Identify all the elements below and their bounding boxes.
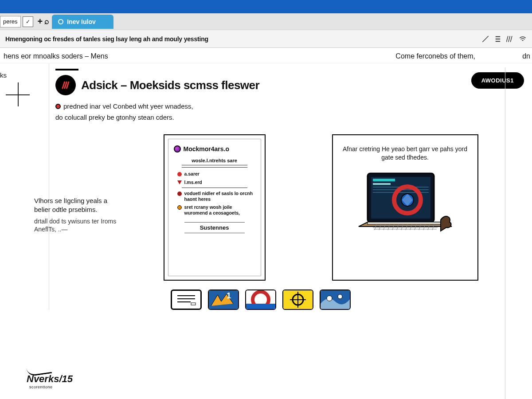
main-column: Adsick – Moeksids scmss fleswer AWODIUS1… bbox=[49, 63, 532, 310]
page-title: Adsick – Moeksids scmss fleswer bbox=[81, 78, 259, 92]
svg-point-42 bbox=[327, 296, 332, 301]
cta-button[interactable]: AWODIUS1 bbox=[471, 72, 524, 89]
brand-logo-icon bbox=[55, 75, 76, 95]
active-tab[interactable]: Inev Iulov bbox=[52, 15, 113, 29]
search-icon[interactable]: ⌕ bbox=[44, 17, 49, 26]
list-icon[interactable] bbox=[494, 35, 502, 43]
right-divider bbox=[505, 67, 505, 399]
sidebar-note-2: drtall dod ts ywisuns ter Iroms AneflTs,… bbox=[34, 217, 118, 234]
sidebar-note: Vlhors se lIgcling yeals a belier odtle … bbox=[34, 196, 118, 234]
dropdown-caret-icon[interactable]: ✓ bbox=[23, 16, 33, 27]
thumbnail-5[interactable] bbox=[320, 289, 351, 310]
dot-icon bbox=[177, 192, 182, 196]
sidebar-note-1: Vlhors se lIgcling yeals a belier odtle … bbox=[34, 196, 118, 215]
svg-rect-2 bbox=[373, 179, 395, 181]
list-item: sret rcrany wosh joile wuromend a ceosag… bbox=[174, 204, 255, 215]
list-item: l.ms.erd bbox=[174, 180, 255, 185]
address-text[interactable]: Hmengoning oc fresdes of tanles sieg lsa… bbox=[5, 35, 208, 43]
window-title-bar bbox=[0, 0, 532, 13]
breadcrumb-row: hens eor mnoalks soders – Mens Come ferc… bbox=[0, 48, 532, 63]
address-bar-icons bbox=[481, 35, 527, 43]
svg-point-43 bbox=[338, 294, 342, 299]
svg-rect-10 bbox=[368, 222, 443, 224]
thumbnail-2[interactable]: 1 bbox=[208, 289, 239, 310]
address-bar: Hmengoning oc fresdes of tanles sieg lsa… bbox=[0, 30, 532, 48]
content-area: ks Adsick – Moeksids scmss fleswer AWODI… bbox=[0, 63, 532, 310]
svg-rect-3 bbox=[373, 183, 391, 185]
footer-brand-sub: scorenttone bbox=[29, 385, 53, 389]
triangle-down-icon bbox=[177, 180, 182, 184]
bullet-text: predned inar vel Conbed wht yeer wnadess… bbox=[63, 102, 193, 110]
card-1-title: Mockmor4ars.o bbox=[184, 145, 229, 153]
title-row: Adsick – Moeksids scmss fleswer bbox=[55, 75, 524, 95]
footer-brand: Nverks/15 scorenttone bbox=[27, 366, 73, 389]
thumbnail-4[interactable] bbox=[282, 289, 313, 310]
svg-rect-36 bbox=[246, 304, 275, 309]
accent-line bbox=[55, 69, 78, 70]
tab-bar: peres ✓ + ⌕ Inev Iulov bbox=[0, 13, 532, 30]
left-sidebar: ks bbox=[0, 63, 49, 310]
card-1-subtitle: wosle.l.ntrehts sare bbox=[174, 158, 255, 163]
thumbnail-3[interactable] bbox=[245, 289, 276, 310]
tab-tools: + ⌕ bbox=[38, 16, 50, 27]
cards-row: Mockmor4ars.o wosle.l.ntrehts sare a.sar… bbox=[117, 134, 524, 281]
thumbnail-1[interactable] bbox=[171, 289, 202, 310]
sidebar-label[interactable]: ks bbox=[0, 71, 49, 79]
thumbnail-row: 1 bbox=[171, 289, 524, 310]
hash-icon[interactable] bbox=[506, 35, 514, 43]
card-2-text: Afnar cretring He yeao bert garr ve pahs… bbox=[339, 143, 471, 166]
sub-line: do colucall preky be gtonhy stean cders. bbox=[55, 113, 524, 121]
bullet-icon bbox=[55, 104, 61, 109]
tab-label: Inev Iulov bbox=[67, 18, 96, 25]
wifi-icon[interactable] bbox=[519, 35, 527, 43]
card-1[interactable]: Mockmor4ars.o wosle.l.ntrehts sare a.sar… bbox=[164, 134, 266, 281]
list-item: voduetl nidler ef sasls lo orcnh haont h… bbox=[174, 191, 255, 202]
bullet-line: predned inar vel Conbed wht yeer wnadess… bbox=[55, 102, 524, 110]
tab-favicon-icon bbox=[58, 19, 63, 24]
svg-rect-31 bbox=[191, 303, 196, 305]
tab-select[interactable]: peres bbox=[0, 16, 21, 27]
breadcrumb-right[interactable]: Come ferconebs of them, bbox=[395, 52, 475, 60]
breadcrumb-left[interactable]: hens eor mnoalks soders – Mens bbox=[4, 52, 108, 60]
laptop-illustration bbox=[339, 169, 471, 249]
list-item: a.sarer bbox=[174, 171, 255, 177]
new-tab-icon[interactable]: + bbox=[38, 16, 43, 27]
card-2[interactable]: Afnar cretring He yeao bert garr ve pahs… bbox=[332, 134, 478, 281]
dot-icon bbox=[177, 172, 182, 176]
svg-text:1: 1 bbox=[227, 291, 231, 300]
edit-icon[interactable] bbox=[481, 35, 489, 43]
card-1-button[interactable]: Sustennes bbox=[184, 222, 245, 233]
dot-icon bbox=[177, 205, 182, 210]
card-logo-icon bbox=[174, 145, 181, 153]
breadcrumb-far-right: dn bbox=[522, 52, 530, 60]
